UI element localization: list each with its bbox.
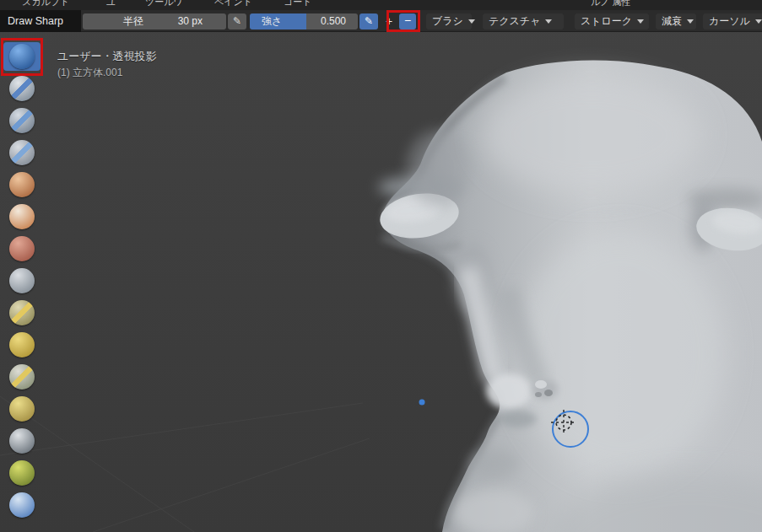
cursor-dropdown-label: カーソル [709,14,750,29]
tool-shelf [0,37,44,532]
clay-icon [9,108,35,133]
viewport-object-label: (1) 立方体.001 [57,66,122,80]
chevron-down-icon [468,19,475,24]
clay-strips-icon [9,140,35,165]
viewport-3d[interactable]: ユーザー・透視投影 (1) 立方体.001 [0,0,762,532]
viewport-view-label: ユーザー・透視投影 [57,49,157,64]
clay-thumb-icon [9,172,35,197]
strength-pressure-toggle[interactable]: ✎ [359,13,378,30]
radius-slider[interactable]: 半径 30 px [83,13,226,30]
draw-icon [9,76,35,101]
tool-pinch[interactable] [3,459,41,487]
brush-dropdown-label: ブラシ [432,14,463,29]
tool-fill[interactable] [3,395,41,423]
fill-icon [9,396,35,422]
scrape-icon [9,428,35,454]
pinch-icon [9,460,35,486]
chevron-down-icon [755,19,762,24]
tool-clay-strips[interactable] [3,138,41,167]
grab-icon [9,492,35,518]
strength-label: 強さ [262,13,282,30]
chevron-down-icon [687,19,694,24]
sculpt-head-model [377,60,762,532]
tool-layer[interactable] [3,202,41,231]
topbar-fragment: ユ [106,0,116,8]
sculpt-header: Draw Sharp 半径 30 px ✎ 強さ 0.500 ✎ + − ブラシ… [0,10,762,32]
texture-dropdown-label: テクスチャ [489,14,540,29]
tool-clay-thumb[interactable] [3,170,41,199]
radius-pressure-toggle[interactable]: ✎ [228,13,246,30]
chevron-down-icon [637,19,644,24]
flatten-icon [9,364,35,390]
cursor-dropdown[interactable]: カーソル [703,13,762,30]
topbar-fragment: ルノ 属性 [591,0,631,8]
tool-inflate[interactable] [3,234,41,263]
layer-icon [9,204,35,229]
tool-flatten[interactable] [3,363,41,391]
tool-scrape[interactable] [3,427,41,455]
tool-clay[interactable] [3,106,41,135]
topbar-fragment: ツールワ [145,0,183,8]
smooth-icon [9,332,35,357]
strength-value: 0.500 [321,13,346,30]
stroke-dropdown-label: ストローク [581,14,632,29]
radius-label: 半径 [123,13,143,30]
crease-icon [9,300,35,325]
topbar-fragment: コード [284,0,312,8]
tool-draw[interactable] [3,74,41,103]
pen-icon: ✎ [233,15,241,27]
stroke-sample-dot [419,400,425,406]
pen-icon: ✎ [365,15,373,27]
strength-slider[interactable]: 強さ 0.500 [250,13,358,30]
stroke-dropdown[interactable]: ストローク [575,13,649,30]
annotation-box-draw-sharp-tool [1,38,43,76]
topbar-fragment: スカルプト [22,0,69,8]
chevron-down-icon [545,19,552,24]
inflate-icon [9,236,35,261]
tool-crease[interactable] [3,298,41,327]
tool-smooth[interactable] [3,330,41,359]
texture-dropdown[interactable]: テクスチャ [483,13,564,30]
blob-icon [9,268,35,293]
brush-dropdown[interactable]: ブラシ [426,13,472,30]
radius-value: 30 px [178,13,203,30]
topbar-fragment: ペイント [214,0,252,8]
falloff-dropdown[interactable]: 減衰 [656,13,696,30]
tool-grab[interactable] [3,491,41,519]
active-tool-name: Draw Sharp [0,10,81,32]
falloff-dropdown-label: 減衰 [662,14,682,29]
tool-blob[interactable] [3,266,41,295]
floor-grid [0,396,370,532]
annotation-box-subtract-button [386,10,420,32]
